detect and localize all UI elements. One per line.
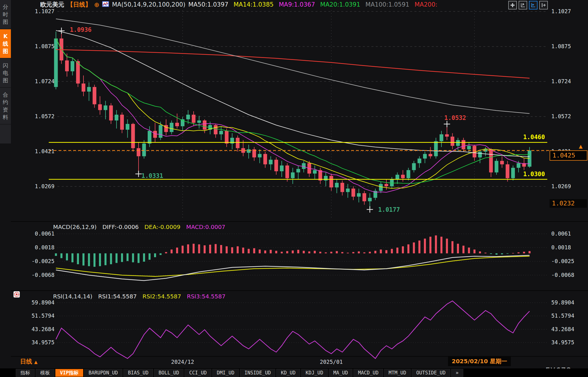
x-axis-tick-1: 2025/01 [314,359,348,365]
symbol-title: 欧元美元 [40,1,64,9]
price-axis-label-left-3: 1.0572 [28,113,54,119]
rsi-values: RSI1:54.5587RSI2:54.5587RSI3:54.5587 [98,293,225,300]
price-annotation-0: 1.0936 [70,26,91,33]
chart-canvas[interactable] [0,0,588,377]
toolbar-tab-MTM_UD[interactable]: MTM_UD [384,369,411,377]
rsi-header: RSI(14,14,14) RSI1:54.5587RSI2:54.5587RS… [53,293,225,300]
ma-value-1: MA14:1.0385 [233,1,274,8]
rsi-value-2: RSI3:54.5587 [187,293,226,300]
lower-bound-price-box: 1.0232 [550,199,587,208]
toolbar-tab-DMI_UD[interactable]: DMI_UD [212,369,239,377]
chart-header: 欧元美元 【日线】 ⊕ MA(50,14,9,20,100,200) MA50:… [11,0,588,9]
toolbar-tab-MA_UD[interactable]: MA_UD [329,369,353,377]
x-axis-tick-0: 2024/12 [166,359,200,365]
price-alert-arrow-icon: ▲ [579,143,583,149]
price-annotation-1: 1.0532 [444,114,466,121]
ma-settings-label: MA(50,14,9,20,100,200) [112,1,185,8]
macd-value-2: MACD:0.0007 [186,224,225,230]
rsi-axis-label-right-1: 51.5794 [551,312,574,319]
ma-value-3: MA20:1.0391 [320,1,360,8]
period-selector-label: 日线 [20,358,32,365]
lower-level-label: 1.0300 [523,171,545,178]
rsi-axis-label-left-3: 34.9575 [28,339,54,345]
sidebar: 分时图K线图闪电图合约资料 [0,0,11,143]
rsi-value-0: RSI1:54.5587 [98,293,137,300]
toolbar-tab-KD_UD[interactable]: KD_UD [276,369,300,377]
macd-header: MACD(26,12,9) DIFF:-0.0006DEA:-0.0009MAC… [53,224,225,230]
bottom-toolbar: 指标模板VIP指标BARUPDN_UDBIAS_UDBOLL_UDCCI_UDD… [0,368,588,377]
rsi-title: RSI(14,14,14) [53,293,92,300]
current-price-box: 1.0425 [550,150,587,161]
toolbar-tab-more[interactable]: 模板 [36,369,54,377]
mini-chart-icon [102,1,109,8]
trading-app-window: 分时图K线图闪电图合约资料 欧元美元 【日线】 ⊕ MA(50,14,9,20,… [0,0,588,377]
price-axis-label-right-2: 1.0724 [551,78,571,84]
period-selector[interactable]: 日线 ▲ [20,357,38,366]
rsi-axis-label-right-3: 34.9575 [551,339,574,345]
price-axis-label-right-3: 1.0572 [551,113,571,119]
price-annotation-2: 1.0331 [141,172,163,179]
toolbar-tab-VIP[interactable]: VIP指标 [55,369,83,377]
price-axis-label-right-5: 1.0269 [551,183,571,189]
toolbar-tab-more[interactable]: 指标 [16,369,35,377]
toolbar-tab-OUTSIDE_UD[interactable]: OUTSIDE_UD [412,369,450,377]
rsi-axis-label-left-2: 43.2684 [28,326,54,332]
price-axis-label-left-5: 1.0269 [28,183,54,189]
ma-values: MA50:1.0397MA14:1.0385MA9:1.0367MA20:1.0… [188,1,437,8]
ma-value-0: MA50:1.0397 [188,1,228,8]
sidebar-item-3[interactable]: 合约资料 [0,88,11,125]
triangle-up-icon: ▲ [34,359,38,365]
rsi-value-1: RSI2:54.5587 [143,293,181,300]
sidebar-item-2[interactable]: 闪电图 [0,59,11,88]
period-tag: 【日线】 [67,1,91,9]
toolbar-tab-BOLL_UD[interactable]: BOLL_UD [154,369,184,377]
macd-axis-label-left-2: -0.0025 [28,258,54,264]
rsi-axis-label-left-1: 51.5794 [28,312,54,319]
toolbar-tab-INSIDE_UD[interactable]: INSIDE_UD [240,369,275,377]
sidebar-item-0[interactable]: 分时图 [0,0,11,29]
toolbar-tab-BIAS_UD[interactable]: BIAS_UD [123,369,153,377]
macd-axis-label-right-2: -0.0025 [551,258,574,264]
circle-plus-icon[interactable]: ⊕ [94,1,99,8]
macd-axis-label-left-0: 0.0061 [28,230,54,237]
ma-value-2: MA9:1.0367 [279,1,315,8]
indicator-target-icon[interactable] [13,291,20,298]
rsi-axis-label-right-2: 43.2684 [551,326,574,332]
macd-axis-label-left-1: 0.0018 [28,244,54,250]
toolbar-tab-more[interactable]: » [451,369,463,377]
price-axis-label-left-4: 1.0421 [28,148,54,154]
sidebar-item-1[interactable]: K线图 [0,29,11,59]
toolbar-tab-CCI_UD[interactable]: CCI_UD [184,369,211,377]
price-annotation-3: 1.0177 [378,206,400,213]
toolbar-tab-KDJ_UD[interactable]: KDJ_UD [301,369,328,377]
price-axis-label-left-1: 1.0875 [28,43,54,49]
macd-values: DIFF:-0.0006DEA:-0.0009MACD:0.0007 [102,224,225,230]
current-date-label: 2025/02/10 星期一 [448,357,511,366]
ma-value-4: MA100:1.0591 [365,1,409,8]
price-axis-label-right-1: 1.0875 [551,43,571,49]
macd-title: MACD(26,12,9) [53,224,97,230]
rsi-axis-label-right-0: 59.8904 [551,299,574,306]
toolbar-tab-BARUPDN_UD[interactable]: BARUPDN_UD [84,369,122,377]
ma-value-5: MA200: [414,1,437,8]
macd-axis-label-right-0: 0.0061 [551,230,571,237]
upper-level-label: 1.0460 [523,134,545,141]
macd-axis-label-left-3: -0.0068 [28,272,54,278]
price-axis-label-left-2: 1.0724 [28,78,54,84]
toolbar-tab-MACD_UD[interactable]: MACD_UD [353,369,383,377]
rsi-axis-label-left-0: 59.8904 [28,299,54,306]
macd-value-0: DIFF:-0.0006 [102,224,139,230]
macd-axis-label-right-3: -0.0068 [551,272,574,278]
macd-axis-label-right-1: 0.0018 [551,244,571,250]
macd-value-1: DEA:-0.0009 [145,224,180,230]
